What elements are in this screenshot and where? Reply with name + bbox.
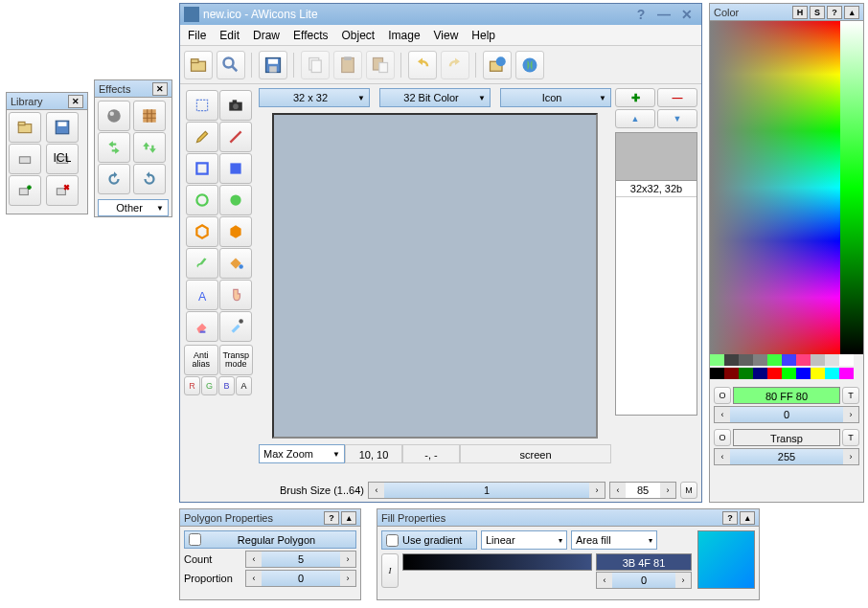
- zoom-combo[interactable]: Max Zoom▼: [259, 444, 345, 463]
- fx-rotate-left-button[interactable]: [98, 164, 130, 194]
- add-image-button[interactable]: ✚: [615, 88, 655, 107]
- color-o1-button[interactable]: O: [714, 387, 731, 404]
- circle-fill-tool[interactable]: [219, 185, 252, 215]
- brush-size-spinner[interactable]: ‹ 1 ›: [368, 482, 605, 499]
- fill-q-button[interactable]: ?: [722, 511, 738, 525]
- m-button[interactable]: M: [680, 482, 697, 499]
- use-gradient-checkbox[interactable]: [386, 534, 399, 547]
- gradient-type-combo[interactable]: Linear▾: [481, 530, 567, 550]
- swatch[interactable]: [739, 354, 753, 366]
- swatch[interactable]: [724, 368, 739, 379]
- help-button[interactable]: ?: [630, 6, 651, 23]
- menu-help[interactable]: Help: [471, 29, 495, 42]
- fx-arrows2-button[interactable]: [133, 132, 166, 163]
- open-button[interactable]: [184, 51, 213, 79]
- type-combo[interactable]: Icon▼: [500, 88, 611, 107]
- color-picker-hue[interactable]: [840, 21, 863, 354]
- swatch[interactable]: [811, 368, 825, 379]
- fx-arrows-button[interactable]: [98, 132, 130, 163]
- color-val1-spinner[interactable]: ‹0›: [714, 406, 859, 423]
- swatch[interactable]: [710, 354, 724, 366]
- eyedropper-tool[interactable]: [219, 311, 252, 342]
- color-picker-main[interactable]: [710, 21, 840, 354]
- swatch[interactable]: [839, 368, 854, 379]
- menu-edit[interactable]: Edit: [219, 29, 240, 42]
- rect-fill-tool[interactable]: [219, 153, 252, 184]
- swatch[interactable]: [739, 368, 753, 379]
- size-combo[interactable]: 32 x 32▼: [259, 88, 370, 107]
- effects-close-icon[interactable]: ✕: [152, 82, 168, 96]
- paste2-button[interactable]: [366, 51, 395, 79]
- undo-button[interactable]: [408, 51, 437, 79]
- anti-alias-toggle[interactable]: Anti alias: [184, 345, 218, 375]
- brush-size-up[interactable]: ›: [589, 483, 605, 498]
- menu-draw[interactable]: Draw: [253, 29, 280, 42]
- brush-tool[interactable]: [186, 248, 218, 279]
- swatch[interactable]: [782, 368, 796, 379]
- color-t1-button[interactable]: T: [842, 387, 859, 404]
- camera-tool[interactable]: [219, 90, 252, 121]
- color-s-button[interactable]: S: [810, 6, 825, 19]
- menu-effects[interactable]: Effects: [293, 29, 328, 42]
- fill-val-spinner[interactable]: ‹0›: [596, 572, 692, 589]
- menu-image[interactable]: Image: [388, 29, 420, 42]
- r-channel-button[interactable]: R: [184, 376, 200, 395]
- minimize-button[interactable]: —: [653, 6, 674, 23]
- hex-fill-tool[interactable]: [219, 216, 252, 247]
- scroll-up[interactable]: ›: [660, 483, 675, 498]
- pencil-tool[interactable]: [186, 122, 218, 152]
- copy-button[interactable]: [301, 51, 330, 79]
- regular-polygon-checkbox[interactable]: [189, 533, 201, 546]
- b-channel-button[interactable]: B: [218, 376, 235, 395]
- count-spinner[interactable]: ‹5›: [245, 551, 356, 568]
- menu-view[interactable]: View: [434, 29, 459, 42]
- color-transp[interactable]: Transp: [733, 429, 840, 446]
- lib-add-button[interactable]: [9, 175, 41, 206]
- fx-texture-button[interactable]: [133, 101, 166, 131]
- search-button[interactable]: [217, 51, 245, 79]
- swatch[interactable]: [753, 368, 767, 379]
- globe-button[interactable]: [515, 51, 544, 79]
- proportion-spinner[interactable]: ‹0›: [245, 570, 356, 587]
- select-tool[interactable]: [186, 90, 218, 121]
- hex-outline-tool[interactable]: [186, 216, 218, 247]
- down-button[interactable]: ▼: [657, 109, 697, 128]
- fill-hex[interactable]: 3B 4F 81: [596, 553, 692, 571]
- lib-save-button[interactable]: [46, 112, 79, 143]
- color-h-button[interactable]: H: [792, 6, 808, 19]
- menu-file[interactable]: File: [188, 29, 206, 42]
- color-t2-button[interactable]: T: [842, 429, 859, 446]
- a-channel-button[interactable]: A: [236, 376, 252, 395]
- g-channel-button[interactable]: G: [201, 376, 217, 395]
- gradient-preview[interactable]: [402, 553, 592, 571]
- close-button[interactable]: ✕: [676, 6, 697, 23]
- up-button[interactable]: ▲: [615, 109, 655, 128]
- scroll-spinner[interactable]: ‹ 85 ›: [609, 482, 676, 499]
- color-depth-combo[interactable]: 32 Bit Color▼: [379, 88, 491, 107]
- paste-button[interactable]: [333, 51, 362, 79]
- polygon-q-button[interactable]: ?: [324, 511, 339, 525]
- text-tool[interactable]: A: [186, 280, 218, 310]
- fill-tool[interactable]: [219, 248, 252, 279]
- swatch[interactable]: [767, 354, 782, 366]
- lib-open-button[interactable]: [9, 112, 41, 143]
- effects-other-combo[interactable]: Other ▼: [98, 199, 169, 216]
- eraser-tool[interactable]: [186, 311, 218, 342]
- canvas[interactable]: [272, 113, 598, 439]
- fill-collapse-button[interactable]: ▴: [740, 511, 755, 525]
- image-list[interactable]: 32x32, 32b: [615, 132, 697, 416]
- web-button[interactable]: [483, 51, 512, 79]
- brush-size-down[interactable]: ‹: [369, 483, 384, 498]
- swatch[interactable]: [811, 354, 825, 366]
- swatch[interactable]: [710, 368, 724, 379]
- color-q-button[interactable]: ?: [827, 6, 842, 19]
- transp-mode-toggle[interactable]: Transp mode: [219, 345, 254, 375]
- swatch[interactable]: [839, 354, 854, 366]
- swatch[interactable]: [753, 354, 767, 366]
- library-close-icon[interactable]: ✕: [68, 95, 83, 108]
- color-val2-spinner[interactable]: ‹255›: [714, 448, 859, 465]
- finger-tool[interactable]: [219, 280, 252, 310]
- fill-i-button[interactable]: I: [381, 553, 399, 588]
- polygon-collapse-button[interactable]: ▴: [341, 511, 356, 525]
- lib-b1-button[interactable]: [9, 144, 41, 174]
